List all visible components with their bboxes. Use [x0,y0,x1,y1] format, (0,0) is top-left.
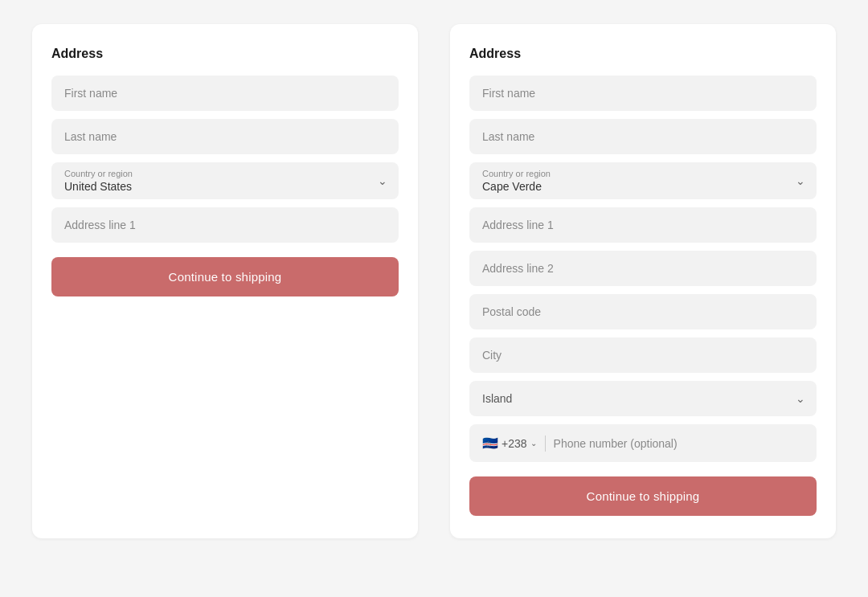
right-phone-input[interactable] [554,426,804,461]
left-last-name-input[interactable] [51,119,399,154]
right-island-select[interactable]: Island Sal Santiago São Vicente [469,381,817,416]
right-continue-button[interactable]: Continue to shipping [469,476,817,516]
cape-verde-flag-icon: 🇨🇻 [482,435,498,451]
right-phone-row: 🇨🇻 +238 ⌄ [469,424,817,462]
right-phone-code: +238 [502,437,527,450]
right-panel: Address Country or region Cape Verde Uni… [450,24,836,538]
right-address-line2-input[interactable] [469,251,817,286]
left-first-name-input[interactable] [51,76,399,111]
left-country-select-wrapper: Country or region United States Cape Ver… [51,162,399,199]
left-country-select[interactable]: United States Cape Verde Canada United K… [51,162,399,199]
left-panel-title: Address [51,47,399,61]
right-phone-chevron-icon: ⌄ [530,439,537,448]
left-continue-button[interactable]: Continue to shipping [51,257,399,296]
right-postal-code-input[interactable] [469,294,817,329]
right-panel-title: Address [469,47,817,61]
right-phone-flag-code[interactable]: 🇨🇻 +238 ⌄ [482,424,537,462]
page-container: Address Country or region United States … [16,24,852,538]
phone-divider [545,435,546,452]
right-country-select[interactable]: Cape Verde United States Canada United K… [469,162,817,199]
right-last-name-input[interactable] [469,119,817,154]
right-island-select-wrapper: Island Sal Santiago São Vicente ⌄ [469,381,817,416]
right-address-line1-input[interactable] [469,207,817,243]
right-country-select-wrapper: Country or region Cape Verde United Stat… [469,162,817,199]
right-first-name-input[interactable] [469,76,817,111]
left-panel: Address Country or region United States … [32,24,418,538]
left-address-line1-input[interactable] [51,207,399,243]
right-city-input[interactable] [469,337,817,373]
